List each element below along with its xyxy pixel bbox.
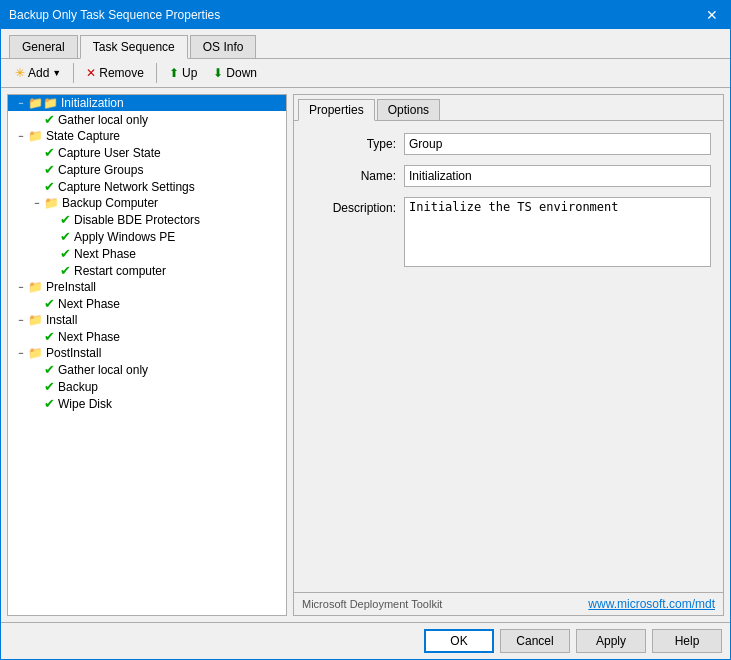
tab-os-info[interactable]: OS Info [190, 35, 257, 58]
folder-icon-postinstall: 📁 [28, 346, 43, 360]
expand-np1 [46, 249, 60, 259]
up-button[interactable]: Up [163, 64, 203, 82]
expand-install[interactable]: − [14, 315, 28, 325]
check-icon-gather-2: ✔ [44, 362, 55, 377]
tree-label-next-phase-3: Next Phase [58, 330, 120, 344]
props-tab-options[interactable]: Options [377, 99, 440, 120]
cancel-button[interactable]: Cancel [500, 629, 570, 653]
mdt-link[interactable]: www.microsoft.com/mdt [588, 597, 715, 611]
check-icon-backup: ✔ [44, 379, 55, 394]
tree-item-initialization[interactable]: − 📁 Initialization [8, 95, 286, 111]
tree-label-next-phase-2: Next Phase [58, 297, 120, 311]
apply-button[interactable]: Apply [576, 629, 646, 653]
sep-2 [156, 63, 157, 83]
type-input[interactable] [404, 133, 711, 155]
folder-icon-install: 📁 [28, 313, 43, 327]
tree-item-capture-groups[interactable]: ✔ Capture Groups [8, 161, 286, 178]
expand-initialization[interactable]: − [14, 98, 28, 108]
tree-item-disable-bde[interactable]: ✔ Disable BDE Protectors [8, 211, 286, 228]
expand-cn [30, 182, 44, 192]
name-label: Name: [306, 165, 396, 183]
remove-label: Remove [99, 66, 144, 80]
remove-button[interactable]: Remove [80, 64, 150, 82]
expand-backup-computer[interactable]: − [30, 198, 44, 208]
up-label: Up [182, 66, 197, 80]
check-icon-capture-network: ✔ [44, 179, 55, 194]
check-icon-capture-user: ✔ [44, 145, 55, 160]
tree-item-gather-local-2[interactable]: ✔ Gather local only [8, 361, 286, 378]
expand-preinstall[interactable]: − [14, 282, 28, 292]
check-icon-gather: ✔ [44, 112, 55, 127]
mdt-label: Microsoft Deployment Toolkit [302, 598, 442, 610]
tab-task-sequence[interactable]: Task Sequence [80, 35, 188, 59]
expand-aw [46, 232, 60, 242]
tree-item-preinstall[interactable]: − 📁 PreInstall [8, 279, 286, 295]
remove-icon [86, 66, 96, 80]
check-icon-restart: ✔ [60, 263, 71, 278]
tree-label-gather-local: Gather local only [58, 113, 148, 127]
tree-item-wipe-disk[interactable]: ✔ Wipe Disk [8, 395, 286, 412]
tree-label-wipe-disk: Wipe Disk [58, 397, 112, 411]
check-icon-next-phase-3: ✔ [44, 329, 55, 344]
main-tabs: General Task Sequence OS Info [1, 29, 730, 59]
name-input[interactable] [404, 165, 711, 187]
add-icon [15, 66, 25, 80]
ok-button[interactable]: OK [424, 629, 494, 653]
window-title: Backup Only Task Sequence Properties [9, 8, 220, 22]
tree-label-capture-user: Capture User State [58, 146, 161, 160]
tree-item-postinstall[interactable]: − 📁 PostInstall [8, 345, 286, 361]
tree-item-capture-user[interactable]: ✔ Capture User State [8, 144, 286, 161]
expand-wd [30, 399, 44, 409]
tree-item-install[interactable]: − 📁 Install [8, 312, 286, 328]
description-textarea[interactable]: Initialize the TS environment [404, 197, 711, 267]
mdt-footer: Microsoft Deployment Toolkit www.microso… [294, 592, 723, 615]
check-icon-disable-bde: ✔ [60, 212, 71, 227]
check-icon-wipe-disk: ✔ [44, 396, 55, 411]
expand-gl2 [30, 365, 44, 375]
expand-state-capture[interactable]: − [14, 131, 28, 141]
tree-label-backup: Backup [58, 380, 98, 394]
toolbar: Add ▼ Remove Up Down [1, 59, 730, 88]
up-icon [169, 66, 179, 80]
tab-general[interactable]: General [9, 35, 78, 58]
tree-panel[interactable]: − 📁 Initialization ✔ Gather local only −… [7, 94, 287, 616]
tree-label-apply-windows: Apply Windows PE [74, 230, 175, 244]
props-tab-properties[interactable]: Properties [298, 99, 375, 121]
title-bar: Backup Only Task Sequence Properties ✕ [1, 1, 730, 29]
check-icon-next-phase-1: ✔ [60, 246, 71, 261]
expand-rc [46, 266, 60, 276]
down-label: Down [226, 66, 257, 80]
tree-item-backup-computer[interactable]: − 📁 Backup Computer [8, 195, 286, 211]
tree-item-state-capture[interactable]: − 📁 State Capture [8, 128, 286, 144]
expand-np3 [30, 332, 44, 342]
type-row: Type: [306, 133, 711, 155]
tree-item-next-phase-2[interactable]: ✔ Next Phase [8, 295, 286, 312]
tree-label-postinstall: PostInstall [46, 346, 101, 360]
add-button[interactable]: Add ▼ [9, 64, 67, 82]
folder-icon-preinstall: 📁 [28, 280, 43, 294]
expand-np2 [30, 299, 44, 309]
close-button[interactable]: ✕ [702, 7, 722, 23]
add-dropdown-icon: ▼ [52, 68, 61, 78]
tree-label-gather-local-2: Gather local only [58, 363, 148, 377]
tree-item-capture-network[interactable]: ✔ Capture Network Settings [8, 178, 286, 195]
expand-dbde [46, 215, 60, 225]
tree-item-backup[interactable]: ✔ Backup [8, 378, 286, 395]
expand-cg [30, 165, 44, 175]
down-button[interactable]: Down [207, 64, 263, 82]
tree-item-apply-windows[interactable]: ✔ Apply Windows PE [8, 228, 286, 245]
check-icon-next-phase-2: ✔ [44, 296, 55, 311]
tree-label-install: Install [46, 313, 77, 327]
tree-label-capture-groups: Capture Groups [58, 163, 143, 177]
tree-item-next-phase-1[interactable]: ✔ Next Phase [8, 245, 286, 262]
tree-label-backup-computer: Backup Computer [62, 196, 158, 210]
description-row: Description: Initialize the TS environme… [306, 197, 711, 267]
tree-label-restart: Restart computer [74, 264, 166, 278]
help-button[interactable]: Help [652, 629, 722, 653]
props-tabs-bar: Properties Options [294, 95, 723, 121]
tree-item-restart[interactable]: ✔ Restart computer [8, 262, 286, 279]
tree-item-gather-local[interactable]: ✔ Gather local only [8, 111, 286, 128]
tree-item-next-phase-3[interactable]: ✔ Next Phase [8, 328, 286, 345]
folder-icon-state-capture: 📁 [28, 129, 43, 143]
expand-postinstall[interactable]: − [14, 348, 28, 358]
